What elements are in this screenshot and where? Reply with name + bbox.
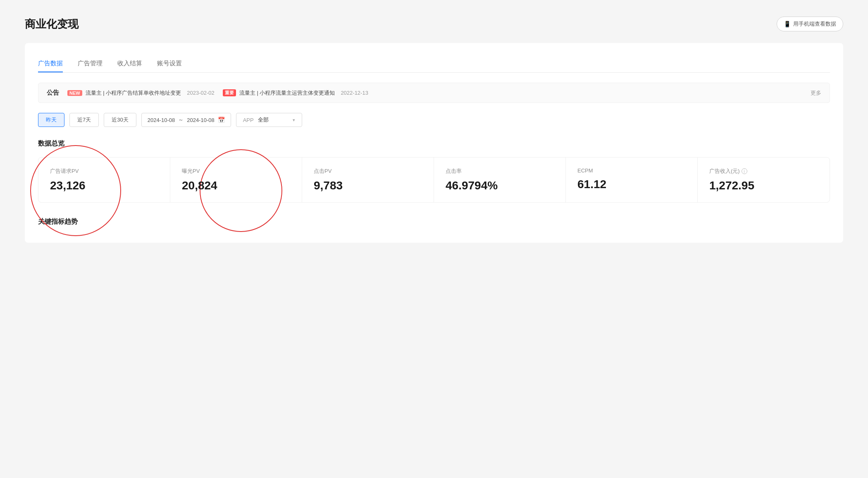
announcement-bar: 公告 NEW 流量主 | 小程序广告结算单收件地址变更 2023-02-02 重… (38, 83, 830, 103)
stat-card-impression-pv: 曝光PV 20,824 (170, 158, 302, 202)
badge-new: NEW (67, 90, 82, 96)
stat-card-ecpm: ECPM 61.12 (566, 158, 698, 202)
stat-card-click-rate: 点击率 46.9794% (434, 158, 566, 202)
app-selector[interactable]: APP 全部 ▾ (236, 113, 302, 127)
announcement-text-2: 流量主 | 小程序流量主运营主体变更通知 (239, 89, 335, 97)
announcement-label: 公告 (47, 89, 59, 97)
tabs-bar: 广告数据 广告管理 收入结算 账号设置 (38, 55, 830, 73)
phone-icon: 📱 (784, 21, 791, 27)
main-content: 广告数据 广告管理 收入结算 账号设置 公告 NEW 流量主 | 小程序广告结算… (25, 43, 843, 243)
filter-row: 昨天 近7天 近30天 2024-10-08 ～ 2024-10-08 📅 AP… (38, 113, 830, 127)
stat-label-click-rate: 点击率 (446, 167, 554, 175)
stat-value-ad-request: 23,126 (50, 179, 158, 192)
announcement-text-1: 流量主 | 小程序广告结算单收件地址变更 (86, 89, 181, 97)
stats-grid: 广告请求PV 23,126 曝光PV 20,824 点击PV (38, 157, 830, 203)
tab-ad-manage[interactable]: 广告管理 (78, 55, 103, 72)
date-start: 2024-10-08 (148, 117, 175, 123)
tab-account[interactable]: 账号设置 (157, 55, 182, 72)
stat-card-ad-request-pv: 广告请求PV 23,126 (38, 158, 170, 202)
stat-value-impression: 20,824 (182, 179, 290, 192)
page-wrapper: 商业化变现 📱 用手机端查看数据 广告数据 广告管理 收入结算 账号设置 公告 … (0, 0, 868, 478)
announcement-item-2: 重要 流量主 | 小程序流量主运营主体变更通知 2022-12-13 (223, 89, 368, 97)
stats-section: 数据总览 广告请求PV 23,126 曝光PV (38, 139, 830, 203)
date-separator: ～ (178, 116, 184, 124)
page-header: 商业化变现 📱 用手机端查看数据 (25, 17, 843, 31)
app-label: APP (243, 117, 254, 123)
stats-section-title: 数据总览 (38, 139, 830, 148)
announcement-date-1: 2023-02-02 (187, 90, 215, 96)
stat-label-ecpm: ECPM (577, 167, 686, 174)
calendar-icon: 📅 (218, 117, 225, 123)
key-trends-title: 关键指标趋势 (38, 217, 830, 226)
date-range-picker[interactable]: 2024-10-08 ～ 2024-10-08 📅 (141, 113, 231, 127)
stat-label-click: 点击PV (314, 167, 422, 175)
stat-label-ad-request: 广告请求PV (50, 167, 158, 175)
stat-label-impression: 曝光PV (182, 167, 290, 175)
info-icon[interactable]: i (742, 168, 747, 174)
announcement-date-2: 2022-12-13 (341, 90, 368, 96)
stat-value-ecpm: 61.12 (577, 178, 686, 191)
badge-important: 重要 (223, 89, 236, 96)
page-title: 商业化变现 (25, 17, 79, 31)
time-btn-7days[interactable]: 近7天 (69, 113, 99, 127)
stat-card-click-pv: 点击PV 9,783 (302, 158, 434, 202)
stat-card-ad-revenue: 广告收入(元) i 1,272.95 (698, 158, 830, 202)
announcement-item-1: NEW 流量主 | 小程序广告结算单收件地址变更 2023-02-02 (67, 89, 215, 97)
tab-ad-data[interactable]: 广告数据 (38, 55, 63, 72)
date-end: 2024-10-08 (187, 117, 215, 123)
chevron-down-icon: ▾ (293, 117, 295, 123)
mobile-view-button[interactable]: 📱 用手机端查看数据 (777, 17, 843, 31)
stat-value-click: 9,783 (314, 179, 422, 192)
app-value: 全部 (258, 116, 289, 124)
mobile-view-label: 用手机端查看数据 (793, 20, 836, 28)
announcement-more[interactable]: 更多 (811, 89, 821, 97)
stat-label-ad-revenue: 广告收入(元) i (709, 167, 818, 175)
time-btn-30days[interactable]: 近30天 (104, 113, 136, 127)
tab-income[interactable]: 收入结算 (117, 55, 142, 72)
stat-value-click-rate: 46.9794% (446, 179, 554, 192)
time-btn-yesterday[interactable]: 昨天 (38, 113, 64, 127)
stat-value-ad-revenue: 1,272.95 (709, 179, 818, 192)
